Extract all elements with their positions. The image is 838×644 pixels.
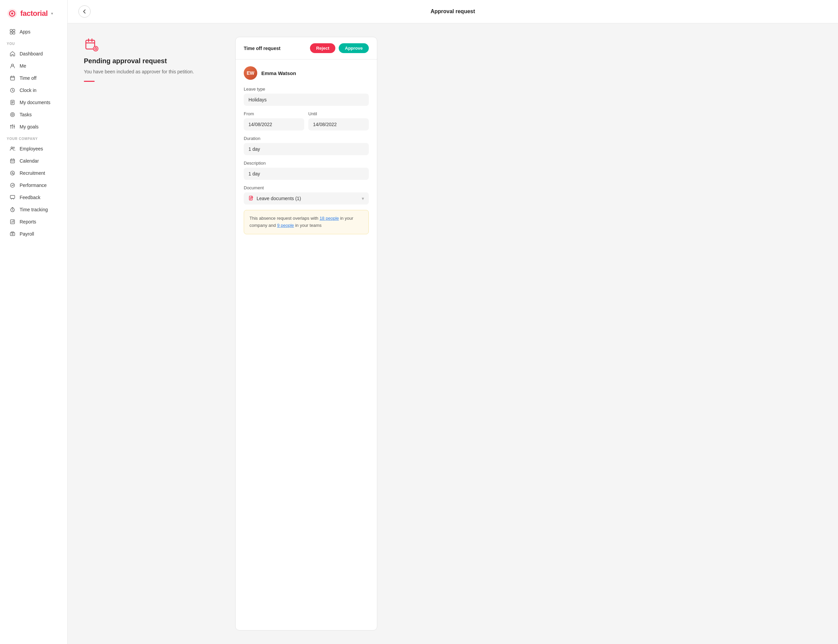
apps-icon [10, 29, 16, 35]
overlap-text-after: in your teams [294, 223, 322, 228]
employee-name: Emma Watson [261, 70, 296, 76]
svg-rect-8 [10, 76, 15, 80]
card-body: EW Emma Watson Leave type Holidays From … [236, 59, 377, 241]
svg-rect-3 [10, 30, 12, 31]
svg-rect-4 [13, 30, 15, 31]
sidebar-item-my-documents[interactable]: My documents [3, 96, 64, 108]
pending-subtitle: You have been included as approver for t… [84, 68, 219, 76]
page-title: Approval request [96, 8, 810, 15]
sidebar-item-calendar-label: Calendar [20, 158, 39, 164]
svg-point-13 [11, 147, 13, 149]
sidebar-item-feedback[interactable]: Feedback [3, 191, 64, 204]
sidebar-item-recruitment[interactable]: Recruitment [3, 167, 64, 179]
sidebar-item-recruitment-label: Recruitment [20, 170, 45, 176]
payroll-icon [10, 231, 16, 237]
sidebar-item-time-off[interactable]: Time off [3, 72, 64, 84]
sidebar-item-feedback-label: Feedback [20, 195, 40, 200]
time-off-request-card: Time off request Reject Approve EW Emma … [235, 37, 377, 631]
avatar: EW [244, 66, 257, 80]
leave-type-label: Leave type [244, 87, 369, 92]
from-label: From [244, 111, 304, 116]
sidebar: factorial ▾ Apps YOU Dashboard [0, 0, 67, 644]
sidebar-item-time-off-label: Time off [20, 76, 36, 81]
employee-row: EW Emma Watson [244, 66, 369, 80]
duration-value: 1 day [244, 143, 369, 155]
svg-point-24 [12, 233, 13, 235]
sidebar-item-tasks[interactable]: Tasks [3, 108, 64, 121]
overlap-link-company[interactable]: 18 people [319, 216, 339, 221]
pending-title: Pending approval request [84, 57, 219, 65]
overlap-notice: This absence request overlaps with 18 pe… [244, 210, 369, 234]
top-header: Approval request [67, 0, 838, 23]
card-header-actions: Reject Approve [310, 43, 369, 53]
you-section-label: YOU [0, 38, 67, 48]
left-panel: Pending approval request You have been i… [84, 37, 219, 631]
document-inner: Leave documents (1) [248, 196, 301, 201]
recruitment-icon [10, 170, 16, 176]
svg-rect-23 [10, 233, 15, 236]
sidebar-item-apps-label: Apps [20, 29, 30, 34]
reject-button[interactable]: Reject [310, 43, 335, 53]
performance-icon [10, 182, 16, 188]
red-divider [84, 81, 95, 82]
reports-icon [10, 219, 16, 225]
until-label: Until [308, 111, 369, 116]
description-label: Description [244, 161, 369, 166]
document-file-icon [248, 196, 254, 201]
duration-label: Duration [244, 136, 369, 141]
sidebar-item-my-goals-label: My goals [20, 124, 39, 130]
sidebar-item-payroll-label: Payroll [20, 231, 34, 237]
calendar-icon [10, 158, 16, 164]
back-button[interactable] [79, 5, 90, 18]
sidebar-item-clock-in-label: Clock in [20, 87, 36, 93]
sidebar-item-calendar[interactable]: Calendar [3, 155, 64, 167]
approve-button[interactable]: Approve [339, 43, 369, 53]
svg-rect-6 [13, 32, 15, 34]
until-field: Until 14/08/2022 [308, 111, 369, 130]
sidebar-item-tasks-label: Tasks [20, 112, 32, 117]
svg-point-12 [12, 114, 13, 116]
sidebar-item-dashboard[interactable]: Dashboard [3, 48, 64, 60]
sidebar-item-performance-label: Performance [20, 182, 47, 188]
sidebar-item-clock-in[interactable]: Clock in [3, 84, 64, 96]
overlap-text-before: This absence request overlaps with [250, 216, 319, 221]
timeoff-icon [10, 75, 16, 81]
sidebar-item-my-documents-label: My documents [20, 100, 50, 105]
sidebar-item-payroll[interactable]: Payroll [3, 228, 64, 240]
document-selector[interactable]: Leave documents (1) ▾ [244, 192, 369, 205]
duration-field: Duration 1 day [244, 136, 369, 155]
your-company-section-label: YOUR COMPANY [0, 133, 67, 143]
sidebar-item-performance[interactable]: Performance [3, 179, 64, 191]
svg-rect-15 [10, 159, 15, 163]
logo-text: factorial [20, 9, 48, 18]
clock-icon [10, 87, 16, 93]
sidebar-item-reports[interactable]: Reports [3, 216, 64, 228]
overlap-link-teams[interactable]: 9 people [277, 223, 294, 228]
sidebar-item-employees-label: Employees [20, 146, 43, 151]
from-value: 14/08/2022 [244, 118, 304, 130]
svg-point-2 [11, 13, 13, 15]
svg-rect-17 [13, 161, 13, 162]
document-icon [10, 99, 16, 105]
sidebar-item-me[interactable]: Me [3, 60, 64, 72]
sidebar-item-time-tracking-label: Time tracking [20, 207, 48, 212]
description-value: 1 day [244, 168, 369, 180]
sidebar-item-my-goals[interactable]: My goals [3, 121, 64, 133]
document-field: Document Leave documents (1) [244, 185, 369, 205]
sidebar-item-time-tracking[interactable]: Time tracking [3, 204, 64, 216]
date-range-row: From 14/08/2022 Until 14/08/2022 [244, 111, 369, 130]
user-icon [10, 63, 16, 69]
leave-type-value: Holidays [244, 94, 369, 106]
svg-point-14 [13, 147, 15, 148]
home-icon [10, 51, 16, 57]
goals-icon [10, 124, 16, 130]
sidebar-item-employees[interactable]: Employees [3, 143, 64, 155]
card-header: Time off request Reject Approve [236, 37, 377, 59]
leave-type-field: Leave type Holidays [244, 87, 369, 106]
chevron-down-icon: ▾ [362, 196, 364, 201]
employees-icon [10, 146, 16, 152]
until-value: 14/08/2022 [308, 118, 369, 130]
logo[interactable]: factorial ▾ [0, 5, 67, 26]
sidebar-item-apps[interactable]: Apps [3, 26, 64, 38]
time-tracking-icon [10, 207, 16, 213]
